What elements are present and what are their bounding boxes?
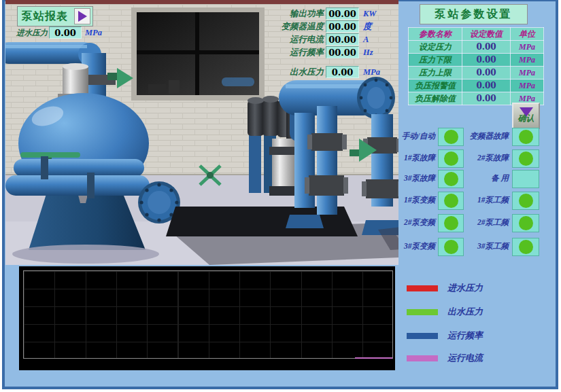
readout-unit: 度 — [363, 21, 372, 33]
legend-label: 运行电流 — [447, 352, 483, 364]
readout-unit: Hz — [363, 48, 373, 58]
status-label: 3#泵工频 — [464, 241, 509, 251]
readout-label: 输出功率 — [275, 8, 324, 20]
play-icon — [74, 8, 90, 24]
status-indicator — [512, 128, 539, 146]
report-button[interactable]: 泵站报表 — [17, 6, 93, 26]
status-label: 2#泵工频 — [464, 217, 509, 228]
window — [131, 7, 265, 101]
legend-swatch-inlet-pressure — [407, 285, 438, 291]
status-indicator — [512, 214, 539, 232]
col-header-value: 设定数值 — [462, 28, 511, 41]
param-unit: MPa — [511, 67, 544, 79]
status-label: 1#泵工频 — [464, 195, 509, 205]
param-setpoint[interactable]: 0.00 — [462, 79, 511, 92]
status-indicator — [438, 214, 464, 232]
led-icon — [444, 216, 458, 230]
readout-value: 00.00 — [326, 33, 359, 46]
trend-chart — [19, 266, 395, 370]
led-icon — [444, 130, 458, 144]
led-icon — [444, 240, 458, 254]
status-indicator — [438, 238, 464, 256]
readout-value: 00.00 — [326, 7, 359, 20]
readout-value: 00.00 — [326, 46, 359, 58]
status-label: 2#泵变频 — [394, 217, 435, 228]
status-indicator — [512, 192, 539, 210]
status-label: 变频器故障 — [464, 131, 509, 141]
table-row: 压力下限 0.00 MPa — [409, 54, 544, 67]
param-setpoint[interactable]: 0.00 — [462, 41, 511, 54]
status-label: 3#泵故障 — [394, 173, 435, 183]
status-label: 3#泵变频 — [394, 241, 435, 251]
readout-output-power: 输出功率 00.00 KW — [275, 7, 376, 20]
led-icon — [444, 172, 458, 186]
trend-legend: 进水压力 出水压力 运行频率 运行电流 — [407, 277, 549, 372]
status-indicator — [438, 192, 464, 210]
led-icon — [519, 152, 533, 166]
status-label: 1#泵故障 — [394, 153, 435, 163]
led-icon — [519, 130, 533, 144]
legend-swatch-outlet-pressure — [407, 309, 438, 315]
status-label: 2#泵故障 — [464, 153, 509, 163]
confirm-button[interactable]: 确认 — [512, 103, 540, 129]
param-name: 负压报警值 — [409, 79, 462, 92]
inlet-pressure-label: 进水压力 — [12, 28, 48, 38]
table-row: 负压报警值 0.00 MPa — [409, 79, 544, 92]
legend-item: 进水压力 — [407, 282, 483, 294]
params-table: 参数名称 设定数值 单位 设定压力 0.00 MPa 压力下限 0.00 MPa… — [408, 27, 544, 105]
param-setpoint[interactable]: 0.00 — [462, 92, 511, 105]
param-name: 压力下限 — [409, 54, 462, 67]
readout-label: 运行电流 — [275, 34, 324, 46]
inlet-pressure-unit: MPa — [85, 28, 102, 38]
status-row: 手动/自动 变频器故障 — [398, 128, 549, 147]
outlet-pressure-value: 0.00 — [326, 66, 359, 78]
col-header-unit: 单位 — [511, 28, 544, 41]
legend-item: 运行频率 — [407, 329, 483, 342]
status-panel: 手动/自动 变频器故障 1#泵故障 2#泵故障 3#泵故障 备 用 1#泵变频 … — [398, 126, 549, 262]
param-name: 压力上限 — [409, 67, 462, 79]
legend-label: 出水压力 — [447, 306, 483, 318]
outlet-pressure-row: 出水压力 0.00 MPa — [275, 66, 380, 78]
status-indicator — [438, 149, 464, 168]
status-indicator — [512, 238, 539, 256]
status-row: 2#泵变频 2#泵工频 — [398, 214, 549, 233]
param-setpoint[interactable]: 0.00 — [462, 54, 511, 67]
legend-label: 进水压力 — [447, 282, 483, 294]
readout-label: 运行频率 — [275, 47, 324, 58]
params-panel-title: 泵站参数设置 — [420, 4, 528, 24]
inlet-pressure-value: 0.00 — [49, 26, 82, 39]
readout-vfd-temperature: 变频器温度 00.00 度 — [275, 20, 372, 33]
param-unit: MPa — [511, 41, 544, 54]
param-unit: MPa — [511, 79, 544, 92]
legend-swatch-running-current — [407, 355, 438, 361]
hmi-pump-station-screen: 泵站报表 进水压力 0.00 MPa 输出功率 00.00 KW 变频器温度 0… — [0, 0, 561, 392]
legend-label: 运行频率 — [447, 329, 483, 342]
led-icon — [519, 194, 533, 208]
outlet-pressure-label: 出水压力 — [275, 67, 324, 78]
inlet-pressure-row: 进水压力 0.00 MPa — [12, 26, 102, 39]
status-indicator — [512, 170, 539, 188]
readout-label: 变频器温度 — [275, 21, 324, 33]
status-row: 3#泵变频 3#泵工频 — [398, 238, 549, 257]
outlet-pressure-unit: MPa — [363, 67, 380, 77]
led-icon — [519, 240, 533, 254]
status-indicator — [438, 170, 464, 188]
led-icon — [444, 194, 458, 208]
readout-unit: KW — [363, 9, 376, 19]
running-current-trace — [355, 357, 392, 359]
status-label: 手动/自动 — [394, 131, 435, 141]
confirm-button-label: 确认 — [518, 113, 534, 124]
status-indicator — [438, 128, 464, 146]
table-row: 压力上限 0.00 MPa — [409, 67, 544, 79]
status-row: 3#泵故障 备 用 — [398, 170, 549, 189]
param-unit: MPa — [511, 54, 544, 67]
legend-item: 出水压力 — [407, 306, 483, 318]
status-label: 备 用 — [464, 173, 509, 183]
led-icon — [444, 152, 458, 166]
readout-unit: A — [363, 35, 369, 45]
param-name: 负压解除值 — [409, 92, 462, 105]
status-label: 1#泵变频 — [394, 195, 435, 205]
status-row: 1#泵故障 2#泵故障 — [398, 149, 549, 168]
param-setpoint[interactable]: 0.00 — [462, 67, 511, 79]
led-icon — [519, 216, 533, 230]
